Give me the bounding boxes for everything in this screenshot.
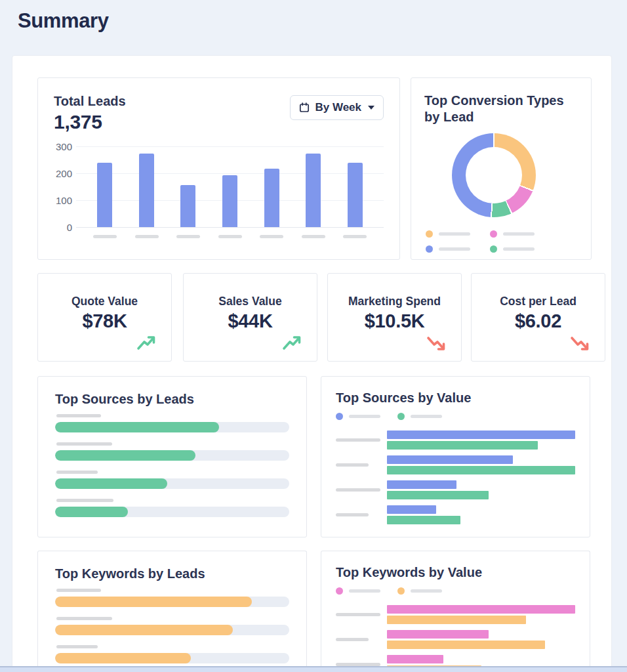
group-bars xyxy=(387,605,575,624)
keywords-by-leads-chart xyxy=(55,589,289,663)
group-bars xyxy=(387,430,575,450)
row-label-redacted xyxy=(56,442,112,446)
window-bottom-edge xyxy=(0,666,627,672)
group-label-column xyxy=(336,488,387,492)
sources-by-leads-title: Top Sources by Leads xyxy=(55,391,289,408)
keywords-by-value-title: Top Keywords by Value xyxy=(336,564,575,581)
y-tick-label: 300 xyxy=(56,141,72,152)
legend-label-redacted xyxy=(411,415,442,418)
group-label-redacted xyxy=(336,613,380,616)
bar-track xyxy=(55,422,289,432)
legend-dot xyxy=(426,245,433,253)
bar xyxy=(97,163,112,227)
legend-item xyxy=(426,245,490,253)
bar-fill xyxy=(55,422,219,432)
bar xyxy=(387,655,443,663)
kpi-value: $10.5K xyxy=(328,310,461,332)
x-label-redacted xyxy=(260,235,283,238)
sources-by-value-title: Top Sources by Value xyxy=(336,390,575,406)
bar-group xyxy=(336,505,575,524)
row-label-redacted xyxy=(56,499,113,502)
top-keywords-by-leads-card: Top Keywords by Leads xyxy=(37,551,307,672)
group-label-column xyxy=(336,638,387,641)
bar xyxy=(387,430,575,439)
legend-item xyxy=(397,413,442,420)
donut-chart xyxy=(452,133,536,217)
bar xyxy=(264,169,279,227)
legend-label-redacted xyxy=(503,232,535,236)
bar xyxy=(180,185,195,227)
chart-row xyxy=(55,499,289,517)
legend-label-redacted xyxy=(349,589,380,593)
legend-dot xyxy=(397,587,405,595)
bar-group xyxy=(336,605,575,624)
kpi-label: Quote Value xyxy=(38,295,171,308)
legend-label-redacted xyxy=(503,247,535,251)
page-title: Summary xyxy=(18,9,109,33)
group-label-column xyxy=(336,613,387,616)
bar xyxy=(387,640,545,649)
y-tick-label: 100 xyxy=(56,195,72,206)
conversion-card-title: Top Conversion Types by Lead xyxy=(424,93,578,125)
row-label-redacted xyxy=(56,471,98,474)
chart-row xyxy=(55,442,289,461)
group-label-column xyxy=(336,513,387,516)
legend-item xyxy=(336,587,380,595)
bar-group xyxy=(336,455,575,474)
group-label-column xyxy=(336,438,387,442)
legend-label-redacted xyxy=(439,247,470,251)
total-leads-bar-chart: 0100200300 xyxy=(54,146,384,238)
bar xyxy=(387,441,538,450)
conversion-types-card: Top Conversion Types by Lead xyxy=(411,77,592,260)
legend-dot xyxy=(397,413,405,420)
bar-group xyxy=(336,430,575,450)
chart-row xyxy=(55,414,289,432)
group-label-redacted xyxy=(336,638,369,641)
bar-group xyxy=(336,480,575,499)
legend-dot xyxy=(336,413,343,420)
kpi-value: $6.02 xyxy=(472,310,605,332)
donut-legend xyxy=(426,230,578,253)
chart-row xyxy=(55,589,289,607)
trend-down-icon xyxy=(569,335,590,352)
kpi-label: Sales Value xyxy=(184,295,317,308)
sources-by-leads-chart xyxy=(55,414,289,517)
x-axis-redacted-labels xyxy=(76,235,384,238)
bar-track xyxy=(55,625,289,635)
group-label-redacted xyxy=(336,438,380,442)
bar xyxy=(387,466,575,474)
total-leads-label: Total Leads xyxy=(54,94,126,109)
top-sources-by-leads-card: Top Sources by Leads xyxy=(37,376,307,537)
group-label-redacted xyxy=(336,513,369,516)
kpi-card-cost-per-lead: Cost per Lead $6.02 xyxy=(471,273,605,362)
group-bars xyxy=(387,630,575,649)
group-bars xyxy=(387,480,575,499)
bar xyxy=(387,480,456,489)
x-label-redacted xyxy=(176,235,200,238)
legend-label-redacted xyxy=(411,589,442,593)
y-tick-label: 0 xyxy=(67,222,72,233)
row-label-redacted xyxy=(56,645,98,648)
legend-dot xyxy=(490,230,497,238)
row-label-redacted xyxy=(56,414,101,417)
bar xyxy=(387,605,575,614)
group-label-column xyxy=(336,463,387,467)
legend-item xyxy=(336,413,380,420)
bar-track xyxy=(55,450,289,461)
legend-dot xyxy=(490,245,497,253)
top-keywords-by-value-card: Top Keywords by Value xyxy=(321,551,590,672)
bar-track xyxy=(55,597,289,607)
group-bars xyxy=(387,505,575,524)
keywords-by-value-chart xyxy=(336,605,575,672)
legend-item xyxy=(490,230,554,238)
y-axis-labels: 0100200300 xyxy=(54,146,76,227)
group-label-redacted xyxy=(336,488,380,492)
chart-row xyxy=(55,471,289,489)
legend-dot xyxy=(426,230,433,238)
by-week-dropdown[interactable]: By Week xyxy=(290,95,384,120)
total-leads-card: Total Leads 1,375 By Week 0100200300 xyxy=(37,77,400,260)
legend-label-redacted xyxy=(439,232,470,236)
kpi-value: $78K xyxy=(38,310,171,332)
legend-item xyxy=(397,587,442,595)
bar-chart-plot xyxy=(76,146,384,227)
